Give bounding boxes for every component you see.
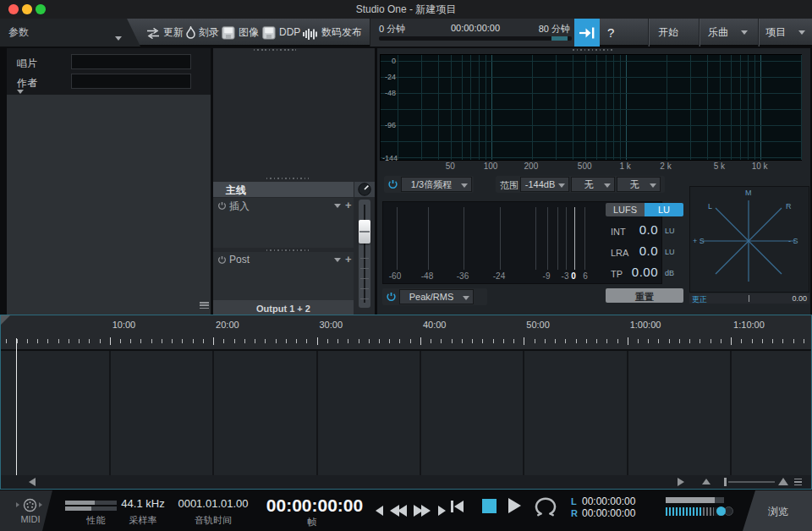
next-marker-button[interactable]	[438, 506, 446, 516]
follow-button[interactable]	[574, 19, 600, 47]
project-button[interactable]: 项目	[765, 19, 786, 47]
meter-mode-dropdown[interactable]: Peak/RMS	[399, 289, 474, 304]
panel-menu-icon[interactable]	[200, 302, 209, 309]
grid-line	[491, 55, 492, 160]
output-bar[interactable]: Output 1 + 2	[213, 300, 354, 315]
fast-forward-button[interactable]	[421, 505, 431, 517]
add-post-button[interactable]: +	[345, 255, 352, 264]
add-insert-button[interactable]: +	[345, 201, 352, 210]
spectrum-mode-dropdown[interactable]: 1/3倍频程	[401, 177, 472, 192]
ruler-tick	[452, 339, 453, 343]
toolbar-separator	[758, 19, 759, 47]
reset-button[interactable]: 重置	[606, 288, 683, 303]
publish-button[interactable]: 数码发布	[321, 19, 362, 47]
expand-metadata-chevron[interactable]	[17, 90, 24, 94]
master-knob-cell[interactable]	[354, 182, 375, 197]
project-chevron-icon[interactable]	[798, 30, 805, 35]
gonio-m-label: M	[745, 189, 752, 197]
mono-toggle[interactable]	[716, 506, 733, 517]
update-button[interactable]: 更新	[163, 19, 184, 47]
ruler-tick	[58, 339, 59, 343]
left-channel-label: L	[571, 496, 577, 506]
play-button[interactable]	[508, 498, 521, 513]
ruler-tick	[638, 339, 639, 343]
midi-out-icon	[39, 502, 42, 507]
master-header[interactable]: 主线	[213, 182, 354, 197]
params-dropdown[interactable]: 参数	[0, 19, 142, 47]
stop-button[interactable]	[482, 499, 497, 513]
ruler-tick	[472, 339, 473, 343]
timeline-ruler[interactable]: 10:0020:0030:0040:0050:001:00:001:10:00	[1, 315, 811, 351]
grid-line	[620, 55, 621, 160]
post-chevron-icon[interactable]	[334, 258, 341, 262]
grid-line	[667, 55, 667, 160]
lufs-tab[interactable]: LUFS	[606, 203, 645, 216]
freq-axis-label: 100	[484, 161, 498, 171]
inserts-chevron-icon[interactable]	[334, 204, 341, 208]
browse-section[interactable]: 浏览	[738, 490, 812, 531]
ruler-tick	[234, 339, 235, 343]
track-lanes[interactable]	[1, 351, 811, 475]
meter-power-icon[interactable]	[386, 292, 397, 303]
track-time-value[interactable]: 0001.01.01.00	[178, 497, 249, 510]
fader-cap[interactable]	[359, 220, 370, 244]
image-button[interactable]: 图像	[239, 19, 259, 47]
zoom-in-icon[interactable]	[778, 478, 788, 485]
ruler-tick	[379, 339, 380, 343]
drag-handle[interactable]	[266, 178, 309, 179]
update-icon	[145, 27, 162, 42]
song-button[interactable]: 乐曲	[708, 19, 728, 47]
drag-handle[interactable]	[573, 49, 615, 51]
range-dropdown[interactable]: -144dB	[520, 177, 569, 192]
start-button[interactable]: 开始	[658, 19, 678, 47]
zoom-out-icon[interactable]	[702, 479, 710, 484]
artist-input[interactable]	[71, 74, 191, 89]
spectrum-power-icon[interactable]	[387, 179, 398, 190]
hold-dropdown[interactable]: 无	[571, 177, 615, 192]
scroll-left-icon[interactable]	[29, 478, 36, 486]
grid-line	[585, 55, 586, 160]
lu-tab[interactable]: LU	[645, 203, 683, 216]
performance-label: 性能	[70, 514, 122, 527]
freq-axis-label: 2 k	[660, 161, 671, 171]
ruler-tick	[6, 339, 7, 343]
meter-scale-line	[547, 207, 548, 270]
freq-axis-label: 500	[578, 161, 592, 171]
rewind-button[interactable]	[398, 505, 407, 517]
browse-button[interactable]: 浏览	[768, 505, 788, 519]
midi-icon	[23, 498, 37, 512]
burn-button[interactable]: 刻录	[199, 19, 219, 47]
loudness-row-unit: dB	[665, 269, 674, 277]
drag-handle[interactable]	[266, 249, 309, 251]
drag-handle[interactable]	[254, 49, 296, 51]
range-label: 范围	[500, 179, 518, 192]
help-button[interactable]: ?	[607, 19, 614, 47]
metadata-header: 唱片 作者	[7, 48, 211, 95]
playhead[interactable]	[16, 338, 18, 475]
zoom-slider-handle[interactable]	[724, 478, 727, 486]
timeline-options-icon[interactable]	[794, 479, 802, 485]
ruler-tick	[793, 339, 794, 343]
scroll-right-icon[interactable]	[678, 478, 684, 486]
zoom-slider-track[interactable]	[728, 481, 775, 483]
title-bar: Studio One - 新建项目	[0, 0, 812, 19]
sample-rate-value[interactable]: 44.1 kHz	[118, 497, 167, 510]
grid-line	[438, 55, 439, 160]
loop-button[interactable]	[530, 497, 561, 517]
grid-line	[754, 55, 755, 160]
midi-monitor[interactable]: MIDI	[0, 490, 54, 531]
meter-scale-label: -9	[543, 271, 551, 281]
master-title: 主线	[226, 183, 246, 198]
ruler-tick	[79, 339, 80, 343]
range-value: -144dB	[525, 179, 555, 189]
previous-marker-button[interactable]	[376, 506, 383, 516]
ruler-tick	[513, 339, 514, 343]
song-chevron-icon[interactable]	[741, 30, 748, 35]
main-time-display[interactable]: 00:00:00:00	[262, 495, 367, 516]
ruler-tick	[306, 339, 307, 343]
overlay-dropdown[interactable]: 无	[617, 177, 661, 192]
album-input[interactable]	[71, 54, 191, 69]
meter-mode-value: Peak/RMS	[409, 292, 454, 302]
ddp-button[interactable]: DDP	[279, 19, 300, 47]
meter-scale-label: -48	[421, 271, 433, 281]
